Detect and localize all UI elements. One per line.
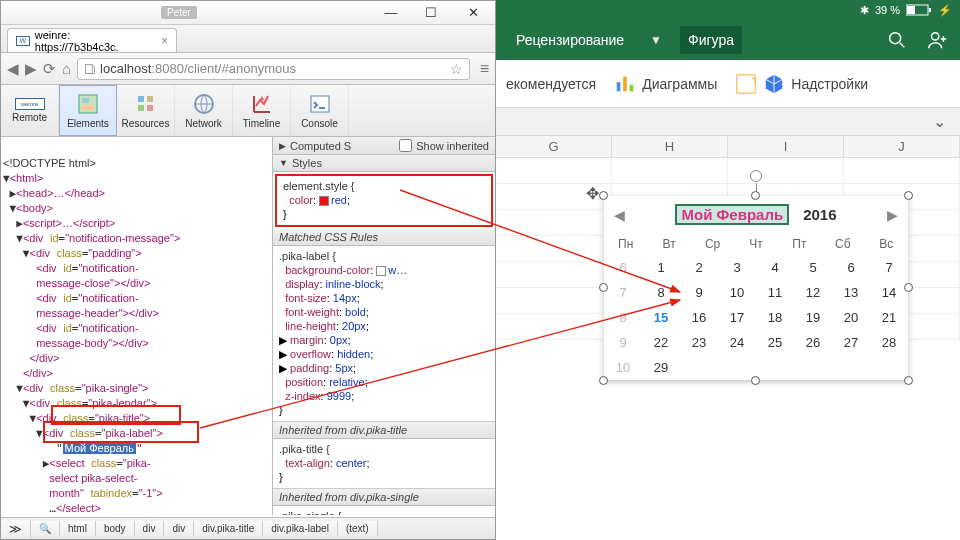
- calendar-day[interactable]: 8: [604, 305, 642, 330]
- resize-handle[interactable]: [904, 283, 913, 292]
- elements-tab[interactable]: Elements: [59, 85, 117, 136]
- addin-icon: [735, 73, 757, 95]
- dom-tree[interactable]: <!DOCTYPE html> ▼<html> ▶<head>…</head> …: [1, 137, 273, 515]
- crumb-item[interactable]: ≫: [1, 520, 31, 538]
- calendar-day[interactable]: 16: [680, 305, 718, 330]
- calendar-day[interactable]: 1: [642, 255, 680, 280]
- calendar-day[interactable]: 24: [718, 330, 756, 355]
- remote-tab[interactable]: weinreRemote: [1, 85, 59, 136]
- group-recommended[interactable]: екомендуется: [506, 76, 596, 92]
- crumb-item[interactable]: div: [135, 521, 165, 536]
- url-input[interactable]: localhost:8080/client/#anonymous ☆: [77, 58, 470, 80]
- resize-handle[interactable]: [904, 376, 913, 385]
- group-addins[interactable]: Надстройки: [735, 73, 868, 95]
- menu-button[interactable]: ≡: [480, 60, 489, 78]
- calendar-day[interactable]: 6: [832, 255, 870, 280]
- calendar-day[interactable]: 19: [794, 305, 832, 330]
- col-header[interactable]: J: [844, 136, 960, 157]
- svg-rect-18: [737, 74, 755, 92]
- timeline-tab[interactable]: Timeline: [233, 85, 291, 136]
- day-names: ПнВтСрЧтПтСбВс: [604, 233, 908, 255]
- calendar-day[interactable]: 22: [642, 330, 680, 355]
- calendar-day[interactable]: 18: [756, 305, 794, 330]
- svg-rect-0: [86, 64, 93, 73]
- crumb-item[interactable]: div.pika-label: [263, 521, 338, 536]
- calendar-day[interactable]: 12: [794, 280, 832, 305]
- calendar-week: 815161718192021: [604, 305, 908, 330]
- calendar-day[interactable]: 7: [870, 255, 908, 280]
- col-header[interactable]: G: [496, 136, 612, 157]
- rotate-handle[interactable]: [750, 170, 762, 182]
- resize-handle[interactable]: [599, 376, 608, 385]
- styles-pane[interactable]: ▶Computed SShow inherited ▼Styles elemen…: [273, 137, 495, 515]
- browser-tab[interactable]: W weinre: https://7b3b4c3c. ×: [7, 28, 177, 52]
- resize-handle[interactable]: [599, 283, 608, 292]
- mobile-statusbar: ✱ 39 % ⚡: [496, 0, 960, 20]
- tab-close-icon[interactable]: ×: [161, 34, 168, 48]
- resources-icon: [134, 92, 158, 116]
- network-tab[interactable]: Network: [175, 85, 233, 136]
- resources-tab[interactable]: Resources: [117, 85, 175, 136]
- calendar-day[interactable]: 10: [604, 355, 642, 380]
- calendar-day[interactable]: 17: [718, 305, 756, 330]
- calendar-day[interactable]: 8: [642, 280, 680, 305]
- calendar-day[interactable]: 13: [832, 280, 870, 305]
- show-inherited-checkbox[interactable]: [399, 139, 412, 152]
- col-header[interactable]: H: [612, 136, 728, 157]
- add-user-icon[interactable]: [926, 29, 948, 51]
- calendar-day[interactable]: 23: [680, 330, 718, 355]
- group-charts[interactable]: Диаграммы: [614, 73, 717, 95]
- close-button[interactable]: ✕: [451, 3, 495, 23]
- calendar-day[interactable]: 11: [756, 280, 794, 305]
- home-button[interactable]: ⌂: [62, 60, 71, 77]
- crumb-item[interactable]: html: [60, 521, 96, 536]
- calendar-day[interactable]: 21: [870, 305, 908, 330]
- month-label[interactable]: Мой Февраль: [675, 204, 789, 225]
- chevron-down-icon[interactable]: ▼: [650, 33, 662, 47]
- calendar-day[interactable]: 29: [642, 355, 680, 380]
- calendar-day[interactable]: 10: [718, 280, 756, 305]
- calendar-day[interactable]: 25: [756, 330, 794, 355]
- year-label[interactable]: 2016: [803, 206, 836, 223]
- calendar-day[interactable]: 2: [680, 255, 718, 280]
- crumb-item[interactable]: 🔍: [31, 521, 60, 536]
- calendar-day[interactable]: 9: [604, 330, 642, 355]
- calendar-day[interactable]: 3: [718, 255, 756, 280]
- calendar-day[interactable]: 20: [832, 305, 870, 330]
- calendar-widget[interactable]: ◀ Мой Февраль 2016 ▶ ПнВтСрЧтПтСбВс 6123…: [604, 196, 908, 380]
- crumb-item[interactable]: div: [164, 521, 194, 536]
- minimize-button[interactable]: —: [371, 3, 411, 23]
- crumb-item[interactable]: div.pika-title: [194, 521, 263, 536]
- breadcrumb[interactable]: ≫ 🔍 html body div div div.pika-title div…: [1, 517, 495, 539]
- crumb-item[interactable]: (text): [338, 521, 378, 536]
- tab-review[interactable]: Рецензирование: [508, 26, 632, 54]
- prev-month-button[interactable]: ◀: [614, 207, 625, 223]
- calendar-day[interactable]: 9: [680, 280, 718, 305]
- calendar-day[interactable]: 15: [642, 305, 680, 330]
- spreadsheet-grid[interactable]: G H I J ✥ ◀ Мой Февраль: [496, 136, 960, 540]
- back-button[interactable]: ◀: [7, 60, 19, 78]
- chevron-down-icon[interactable]: ⌄: [933, 112, 946, 131]
- reload-button[interactable]: ⟳: [43, 60, 56, 78]
- calendar-day[interactable]: 5: [794, 255, 832, 280]
- col-header[interactable]: I: [728, 136, 844, 157]
- search-icon[interactable]: [886, 29, 908, 51]
- calendar-day[interactable]: 26: [794, 330, 832, 355]
- bookmark-icon[interactable]: ☆: [450, 61, 463, 77]
- tab-figure[interactable]: Фигура: [680, 26, 742, 54]
- resize-handle[interactable]: [751, 376, 760, 385]
- selected-dom-text[interactable]: Мой Февраль: [63, 442, 136, 454]
- maximize-button[interactable]: ☐: [411, 3, 451, 23]
- calendar-day[interactable]: 28: [870, 330, 908, 355]
- console-tab[interactable]: Console: [291, 85, 349, 136]
- calendar-day[interactable]: 27: [832, 330, 870, 355]
- formula-bar[interactable]: ⌄: [496, 108, 960, 136]
- next-month-button[interactable]: ▶: [887, 207, 898, 223]
- calendar-day[interactable]: 14: [870, 280, 908, 305]
- calendar-day[interactable]: 4: [756, 255, 794, 280]
- svg-rect-5: [147, 96, 153, 102]
- crumb-item[interactable]: body: [96, 521, 135, 536]
- move-handle-icon[interactable]: ✥: [586, 184, 599, 203]
- forward-button[interactable]: ▶: [25, 60, 37, 78]
- calendar-week: 7891011121314: [604, 280, 908, 305]
